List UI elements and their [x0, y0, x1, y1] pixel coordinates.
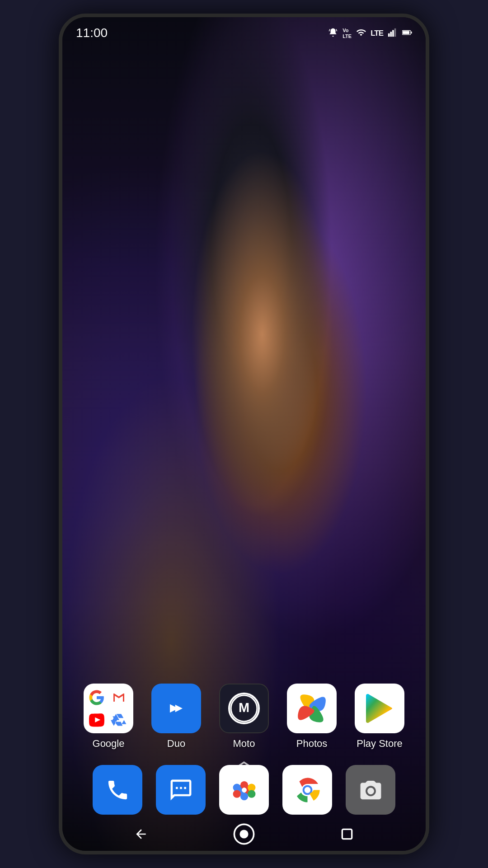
svg-point-18: [240, 792, 248, 800]
svg-rect-27: [342, 829, 352, 839]
recents-button[interactable]: [336, 823, 358, 845]
svg-rect-6: [403, 31, 409, 34]
moto-label: Moto: [233, 738, 255, 750]
back-button[interactable]: [130, 823, 152, 845]
svg-point-17: [248, 790, 255, 797]
duo-item[interactable]: Duo: [151, 684, 201, 750]
moto-item[interactable]: M Moto: [219, 684, 269, 750]
alarm-icon: [328, 28, 338, 39]
assistant-dock-item[interactable]: [219, 765, 269, 815]
duo-icon: [151, 684, 201, 733]
messages-dock-item[interactable]: [156, 765, 206, 815]
svg-point-26: [239, 830, 248, 838]
volte-icon: VoLTE: [343, 27, 352, 39]
home-button[interactable]: [233, 823, 255, 845]
status-time: 11:00: [76, 26, 108, 40]
chrome-dock-item[interactable]: [282, 765, 332, 815]
signal-icon: [388, 28, 398, 39]
app-row-main: Google Duo M: [75, 684, 413, 750]
moto-icon: M: [219, 684, 269, 733]
svg-point-19: [233, 790, 240, 797]
svg-rect-1: [390, 32, 392, 37]
battery-icon: [402, 28, 412, 39]
svg-rect-2: [392, 30, 394, 37]
google-folder-icon: [84, 684, 133, 733]
status-bar: 11:00 VoLTE LTE: [62, 17, 426, 49]
phone-dock-item[interactable]: [93, 765, 142, 815]
svg-rect-5: [411, 31, 412, 33]
playstore-icon: [355, 684, 404, 733]
phone-frame: 11:00 VoLTE LTE: [59, 14, 429, 854]
duo-label: Duo: [167, 738, 185, 750]
drive-icon: [109, 710, 128, 729]
lte-icon: LTE: [371, 29, 383, 37]
photos-icon: [287, 684, 337, 733]
gmail-icon: [109, 688, 128, 707]
svg-rect-3: [394, 28, 396, 36]
wifi-icon: [356, 28, 366, 39]
youtube-icon: [87, 710, 106, 729]
google-g-icon: [87, 688, 106, 707]
svg-point-20: [242, 788, 247, 793]
camera-dock-item[interactable]: [346, 765, 395, 815]
home-apps: Google Duo M: [62, 684, 426, 769]
photos-item[interactable]: Photos: [287, 684, 337, 750]
svg-point-24: [304, 787, 310, 793]
playstore-item[interactable]: Play Store: [355, 684, 404, 750]
svg-text:M: M: [239, 700, 249, 715]
photos-label: Photos: [296, 738, 328, 750]
google-label: Google: [93, 738, 125, 750]
status-icons: VoLTE LTE: [328, 27, 412, 39]
nav-bar: [62, 817, 426, 851]
moto-logo: M: [228, 693, 260, 724]
svg-rect-0: [388, 33, 390, 36]
playstore-label: Play Store: [357, 738, 403, 750]
bottom-dock: [62, 765, 426, 815]
google-folder-item[interactable]: Google: [84, 684, 133, 750]
